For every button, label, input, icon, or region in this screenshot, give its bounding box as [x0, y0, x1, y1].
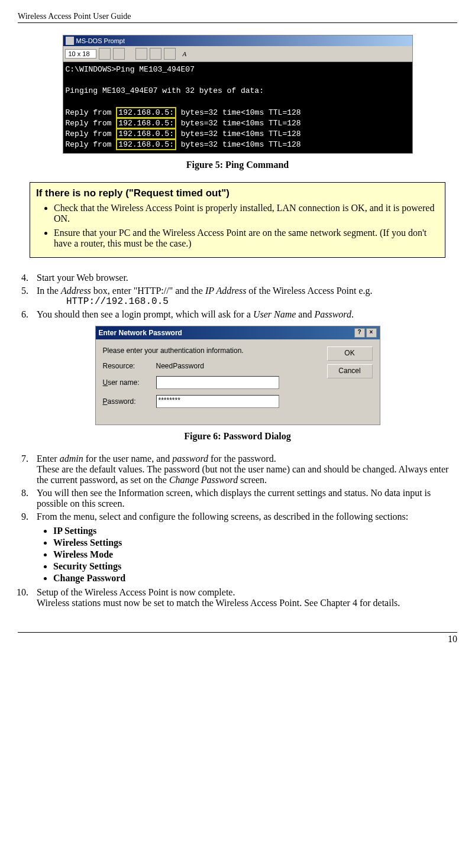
step7-a: Enter — [37, 454, 60, 464]
reply-ip-4: 192.168.0.5: — [116, 139, 176, 150]
step5-code: HTTP://192.168.0.5 — [66, 296, 457, 307]
cancel-button: Cancel — [327, 364, 373, 378]
dialog-body: Please enter your authentication informa… — [96, 339, 380, 425]
reply-prefix-2: Reply from — [66, 119, 117, 128]
dialog-title-controls: ? × — [354, 328, 377, 338]
dialog-password-row: Password: ******** — [103, 395, 373, 408]
step9-sublist: IP Settings Wireless Settings Wireless M… — [37, 526, 457, 584]
password-label-u: P — [103, 397, 108, 406]
step10-a: Setup of the Wireless Access Point is no… — [37, 587, 235, 597]
terminal-title-bar: MS-DOS Prompt — [63, 35, 412, 46]
password-dialog-screenshot: Enter Network Password ? × Please enter … — [95, 326, 380, 425]
step5-ipaddress: IP Address — [205, 286, 246, 296]
reply-suffix-1: bytes=32 time<10ms TTL=128 — [176, 108, 301, 117]
toolbar-btn-3 — [135, 48, 147, 60]
info-box-title: If there is no reply ("Request timed out… — [36, 187, 439, 199]
toolbar-letter-a: A — [183, 50, 187, 57]
dialog-title-text: Enter Network Password — [99, 329, 182, 337]
step7-password: password — [172, 454, 208, 464]
step6-password: Password — [314, 309, 351, 319]
password-input: ******** — [156, 395, 279, 408]
step7-line2-c: screen. — [238, 475, 267, 485]
step-7: Enter admin for the user name, and passw… — [31, 454, 457, 485]
step10-b: Wireless stations must now be set to mat… — [37, 598, 400, 608]
help-icon: ? — [354, 328, 365, 338]
msdos-icon — [66, 37, 74, 45]
step9-item-change-password: Change Password — [53, 573, 457, 584]
username-label: User name: — [103, 378, 156, 387]
page-number: 10 — [18, 632, 457, 644]
username-label-rest: ser name: — [108, 378, 139, 387]
info-bullet-2: Ensure that your PC and the Wireless Acc… — [54, 228, 439, 249]
step-4: Start your Web browser. — [31, 273, 457, 283]
close-icon: × — [366, 328, 377, 338]
step7-changepw: Change Password — [169, 475, 238, 485]
dialog-title-bar: Enter Network Password ? × — [96, 326, 380, 339]
step5-text-c: box, enter "HTTP://" and the — [91, 286, 205, 296]
reply-suffix-2: bytes=32 time<10ms TTL=128 — [176, 119, 301, 128]
toolbar-btn-2 — [113, 48, 125, 60]
reply-prefix-1: Reply from — [66, 108, 117, 117]
step9-item-wireless-settings: Wireless Settings — [53, 537, 457, 548]
password-label: Password: — [103, 397, 156, 406]
terminal-title-text: MS-DOS Prompt — [76, 37, 125, 44]
step9-item-ip: IP Settings — [53, 526, 457, 536]
step-10: Setup of the Wireless Access Point is no… — [31, 587, 457, 608]
info-box-list: Check that the Wireless Access Point is … — [36, 203, 439, 249]
ok-button: OK — [327, 346, 373, 361]
step6-text-c: and — [296, 309, 314, 319]
resource-label: Resource: — [103, 362, 156, 370]
font-size-select: 10 x 18 — [65, 49, 96, 59]
step9-text: From the menu, select and configure the … — [37, 511, 408, 522]
step6-text-e: . — [351, 309, 354, 319]
steps-list: Start your Web browser. In the Address b… — [18, 273, 457, 320]
step-6: You should then see a login prompt, whic… — [31, 309, 457, 320]
step5-text-a: In the — [37, 286, 61, 296]
toolbar-btn-5 — [164, 48, 176, 60]
step9-item-security: Security Settings — [53, 561, 457, 572]
dialog-buttons: OK Cancel — [327, 346, 373, 378]
info-box: If there is no reply ("Request timed out… — [30, 182, 445, 258]
terminal-line-2: Pinging ME103_494E07 with 32 bytes of da… — [66, 86, 264, 95]
step6-username: User Name — [253, 309, 296, 319]
password-label-rest: assword: — [108, 397, 136, 406]
reply-ip-1: 192.168.0.5: — [116, 107, 176, 118]
header-divider — [18, 22, 457, 23]
reply-suffix-3: bytes=32 time<10ms TTL=128 — [176, 129, 301, 138]
step7-c: for the user name, and — [83, 454, 173, 464]
reply-prefix-4: Reply from — [66, 140, 117, 149]
toolbar-btn-4 — [150, 48, 161, 60]
reply-suffix-4: bytes=32 time<10ms TTL=128 — [176, 140, 301, 149]
terminal-output: C:\WINDOWS>Ping ME103_494E07 Pinging ME1… — [63, 62, 412, 153]
step7-admin: admin — [60, 454, 83, 464]
step9-item-wireless-mode: Wireless Mode — [53, 549, 457, 560]
step-8: You will then see the Information screen… — [31, 488, 457, 509]
info-bullet-1: Check that the Wireless Access Point is … — [54, 203, 439, 224]
terminal-screenshot: MS-DOS Prompt 10 x 18 A C:\WINDOWS>Ping … — [63, 35, 413, 154]
step6-text-a: You should then see a login prompt, whic… — [37, 309, 253, 319]
step-9: From the menu, select and configure the … — [31, 511, 457, 584]
terminal-toolbar: 10 x 18 A — [63, 46, 412, 62]
step5-text-e: of the Wireless Access Point e.g. — [246, 286, 372, 296]
figure-5-caption: Figure 5: Ping Command — [18, 160, 457, 170]
toolbar-btn-1 — [99, 48, 111, 60]
username-label-u: U — [103, 378, 108, 387]
header-title: Wireless Access Point User Guide — [18, 12, 457, 21]
figure-6-caption: Figure 6: Password Dialog — [18, 431, 457, 442]
reply-prefix-3: Reply from — [66, 129, 117, 138]
steps-list-2: Enter admin for the user name, and passw… — [18, 454, 457, 608]
reply-ip-3: 192.168.0.5: — [116, 128, 176, 140]
step5-address: Address — [61, 286, 91, 296]
terminal-line-1: C:\WINDOWS>Ping ME103_494E07 — [66, 65, 195, 74]
username-input — [156, 376, 279, 389]
reply-ip-2: 192.168.0.5: — [116, 118, 176, 129]
resource-value: NeedPassword — [156, 362, 204, 370]
step7-e: for the password. — [208, 454, 276, 464]
step-5: In the Address box, enter "HTTP://" and … — [31, 286, 457, 307]
